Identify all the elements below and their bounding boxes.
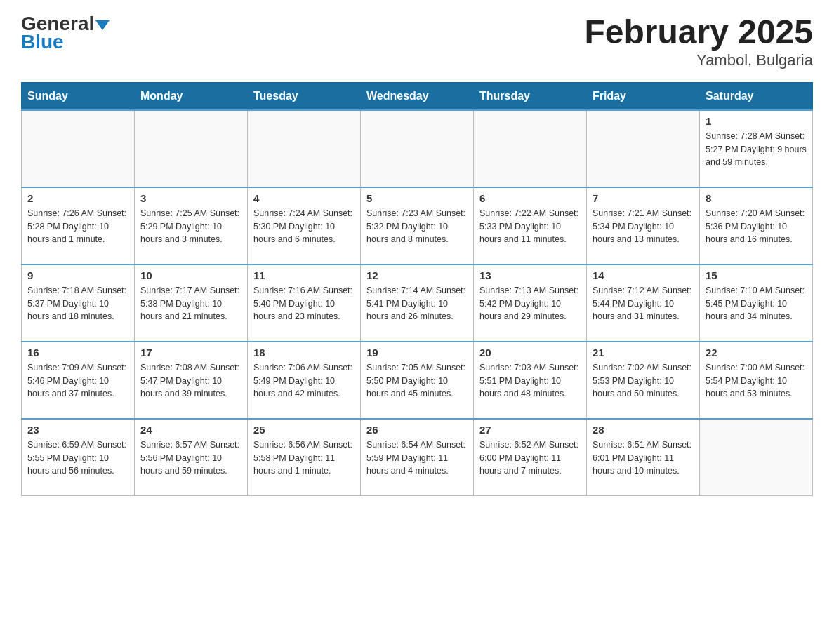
- calendar-cell: 1Sunrise: 7:28 AM Sunset: 5:27 PM Daylig…: [700, 110, 813, 187]
- calendar-cell: 15Sunrise: 7:10 AM Sunset: 5:45 PM Dayli…: [700, 264, 813, 342]
- day-info: Sunrise: 7:16 AM Sunset: 5:40 PM Dayligh…: [253, 284, 355, 323]
- calendar-week-row: 16Sunrise: 7:09 AM Sunset: 5:46 PM Dayli…: [22, 342, 813, 419]
- calendar-cell: [361, 110, 474, 187]
- logo-triangle-icon: [95, 20, 110, 30]
- day-number: 28: [593, 424, 694, 436]
- day-info: Sunrise: 7:26 AM Sunset: 5:28 PM Dayligh…: [27, 207, 128, 246]
- page-header: General Blue February 2025 Yambol, Bulga…: [21, 14, 813, 69]
- calendar-cell: 17Sunrise: 7:08 AM Sunset: 5:47 PM Dayli…: [135, 342, 248, 419]
- day-number: 1: [706, 115, 807, 127]
- day-number: 3: [140, 192, 241, 204]
- calendar-cell: [22, 110, 135, 187]
- calendar-week-row: 1Sunrise: 7:28 AM Sunset: 5:27 PM Daylig…: [22, 110, 813, 187]
- weekday-header-thursday: Thursday: [474, 82, 587, 110]
- day-info: Sunrise: 7:21 AM Sunset: 5:34 PM Dayligh…: [593, 207, 694, 246]
- calendar-title: February 2025: [584, 14, 813, 51]
- day-number: 4: [253, 192, 355, 204]
- calendar-cell: 13Sunrise: 7:13 AM Sunset: 5:42 PM Dayli…: [474, 264, 587, 342]
- calendar-cell: [700, 419, 813, 496]
- calendar-cell: [248, 110, 361, 187]
- calendar-cell: 28Sunrise: 6:51 AM Sunset: 6:01 PM Dayli…: [587, 419, 700, 496]
- calendar-subtitle: Yambol, Bulgaria: [584, 51, 813, 69]
- calendar-cell: 22Sunrise: 7:00 AM Sunset: 5:54 PM Dayli…: [700, 342, 813, 419]
- calendar-week-row: 9Sunrise: 7:18 AM Sunset: 5:37 PM Daylig…: [22, 264, 813, 342]
- calendar-cell: 6Sunrise: 7:22 AM Sunset: 5:33 PM Daylig…: [474, 187, 587, 264]
- day-number: 18: [253, 347, 355, 358]
- day-info: Sunrise: 7:24 AM Sunset: 5:30 PM Dayligh…: [253, 207, 355, 246]
- day-info: Sunrise: 7:12 AM Sunset: 5:44 PM Dayligh…: [593, 284, 694, 323]
- day-info: Sunrise: 7:20 AM Sunset: 5:36 PM Dayligh…: [706, 207, 807, 246]
- calendar-cell: 5Sunrise: 7:23 AM Sunset: 5:32 PM Daylig…: [361, 187, 474, 264]
- calendar-cell: 3Sunrise: 7:25 AM Sunset: 5:29 PM Daylig…: [135, 187, 248, 264]
- day-info: Sunrise: 7:18 AM Sunset: 5:37 PM Dayligh…: [27, 284, 128, 323]
- calendar-cell: 19Sunrise: 7:05 AM Sunset: 5:50 PM Dayli…: [361, 342, 474, 419]
- calendar-cell: 10Sunrise: 7:17 AM Sunset: 5:38 PM Dayli…: [135, 264, 248, 342]
- day-number: 2: [27, 192, 128, 204]
- day-info: Sunrise: 7:13 AM Sunset: 5:42 PM Dayligh…: [479, 284, 581, 323]
- logo-blue: Blue: [21, 31, 64, 53]
- day-info: Sunrise: 7:08 AM Sunset: 5:47 PM Dayligh…: [140, 361, 241, 401]
- calendar-cell: 8Sunrise: 7:20 AM Sunset: 5:36 PM Daylig…: [700, 187, 813, 264]
- day-info: Sunrise: 7:05 AM Sunset: 5:50 PM Dayligh…: [366, 361, 468, 401]
- weekday-header-friday: Friday: [587, 82, 700, 110]
- day-info: Sunrise: 7:02 AM Sunset: 5:53 PM Dayligh…: [593, 361, 694, 401]
- day-number: 6: [479, 192, 581, 204]
- day-number: 16: [27, 347, 128, 358]
- day-number: 21: [593, 347, 694, 358]
- weekday-header-row: SundayMondayTuesdayWednesdayThursdayFrid…: [22, 82, 813, 110]
- day-info: Sunrise: 7:17 AM Sunset: 5:38 PM Dayligh…: [140, 284, 241, 323]
- day-number: 17: [140, 347, 241, 358]
- title-block: February 2025 Yambol, Bulgaria: [584, 14, 813, 69]
- day-number: 25: [253, 424, 355, 436]
- day-number: 15: [706, 269, 807, 281]
- calendar-cell: 24Sunrise: 6:57 AM Sunset: 5:56 PM Dayli…: [135, 419, 248, 496]
- weekday-header-tuesday: Tuesday: [248, 82, 361, 110]
- calendar-cell: 25Sunrise: 6:56 AM Sunset: 5:58 PM Dayli…: [248, 419, 361, 496]
- day-info: Sunrise: 6:51 AM Sunset: 6:01 PM Dayligh…: [593, 438, 694, 478]
- day-number: 7: [593, 192, 694, 204]
- calendar-cell: 21Sunrise: 7:02 AM Sunset: 5:53 PM Dayli…: [587, 342, 700, 419]
- calendar-cell: 18Sunrise: 7:06 AM Sunset: 5:49 PM Dayli…: [248, 342, 361, 419]
- day-info: Sunrise: 7:25 AM Sunset: 5:29 PM Dayligh…: [140, 207, 241, 246]
- day-info: Sunrise: 7:28 AM Sunset: 5:27 PM Dayligh…: [706, 130, 807, 169]
- calendar-cell: [587, 110, 700, 187]
- day-number: 13: [479, 269, 581, 281]
- calendar-week-row: 2Sunrise: 7:26 AM Sunset: 5:28 PM Daylig…: [22, 187, 813, 264]
- calendar-cell: 11Sunrise: 7:16 AM Sunset: 5:40 PM Dayli…: [248, 264, 361, 342]
- day-info: Sunrise: 6:52 AM Sunset: 6:00 PM Dayligh…: [479, 438, 581, 478]
- day-info: Sunrise: 6:57 AM Sunset: 5:56 PM Dayligh…: [140, 438, 241, 478]
- day-number: 5: [366, 192, 468, 204]
- logo: General Blue: [21, 14, 110, 53]
- weekday-header-sunday: Sunday: [22, 82, 135, 110]
- day-number: 8: [706, 192, 807, 204]
- day-number: 10: [140, 269, 241, 281]
- calendar-cell: 23Sunrise: 6:59 AM Sunset: 5:55 PM Dayli…: [22, 419, 135, 496]
- day-info: Sunrise: 7:23 AM Sunset: 5:32 PM Dayligh…: [366, 207, 468, 246]
- calendar-cell: 27Sunrise: 6:52 AM Sunset: 6:00 PM Dayli…: [474, 419, 587, 496]
- calendar-cell: 16Sunrise: 7:09 AM Sunset: 5:46 PM Dayli…: [22, 342, 135, 419]
- day-number: 26: [366, 424, 468, 436]
- day-info: Sunrise: 7:06 AM Sunset: 5:49 PM Dayligh…: [253, 361, 355, 401]
- day-info: Sunrise: 7:03 AM Sunset: 5:51 PM Dayligh…: [479, 361, 581, 401]
- day-info: Sunrise: 6:59 AM Sunset: 5:55 PM Dayligh…: [27, 438, 128, 478]
- weekday-header-saturday: Saturday: [700, 82, 813, 110]
- calendar-week-row: 23Sunrise: 6:59 AM Sunset: 5:55 PM Dayli…: [22, 419, 813, 496]
- day-info: Sunrise: 7:09 AM Sunset: 5:46 PM Dayligh…: [27, 361, 128, 401]
- day-info: Sunrise: 6:54 AM Sunset: 5:59 PM Dayligh…: [366, 438, 468, 478]
- weekday-header-monday: Monday: [135, 82, 248, 110]
- day-number: 24: [140, 424, 241, 436]
- day-number: 12: [366, 269, 468, 281]
- day-info: Sunrise: 7:00 AM Sunset: 5:54 PM Dayligh…: [706, 361, 807, 401]
- calendar-cell: 26Sunrise: 6:54 AM Sunset: 5:59 PM Dayli…: [361, 419, 474, 496]
- day-info: Sunrise: 7:22 AM Sunset: 5:33 PM Dayligh…: [479, 207, 581, 246]
- calendar-table: SundayMondayTuesdayWednesdayThursdayFrid…: [21, 82, 813, 497]
- calendar-cell: 14Sunrise: 7:12 AM Sunset: 5:44 PM Dayli…: [587, 264, 700, 342]
- calendar-cell: 7Sunrise: 7:21 AM Sunset: 5:34 PM Daylig…: [587, 187, 700, 264]
- day-number: 20: [479, 347, 581, 358]
- day-info: Sunrise: 7:10 AM Sunset: 5:45 PM Dayligh…: [706, 284, 807, 323]
- day-number: 19: [366, 347, 468, 358]
- calendar-cell: [474, 110, 587, 187]
- calendar-cell: 9Sunrise: 7:18 AM Sunset: 5:37 PM Daylig…: [22, 264, 135, 342]
- calendar-cell: 4Sunrise: 7:24 AM Sunset: 5:30 PM Daylig…: [248, 187, 361, 264]
- day-info: Sunrise: 6:56 AM Sunset: 5:58 PM Dayligh…: [253, 438, 355, 478]
